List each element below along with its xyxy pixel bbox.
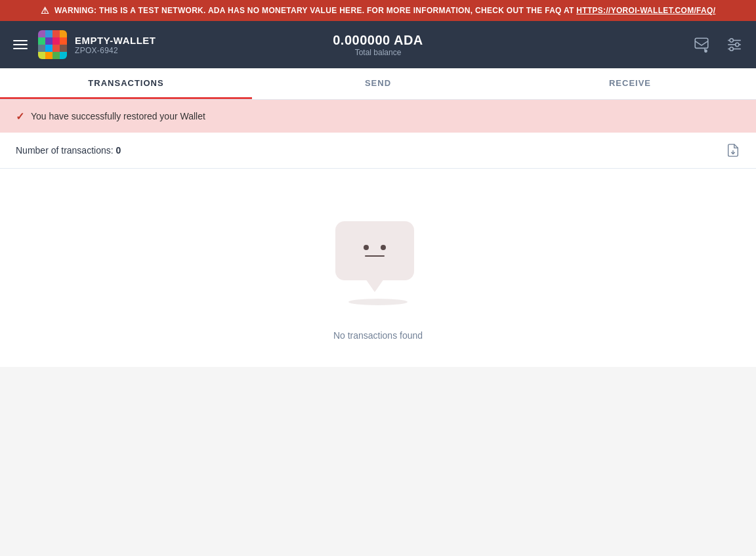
- bubble-eye-right: [381, 245, 386, 250]
- svg-point-1: [705, 50, 707, 52]
- tab-transactions[interactable]: TRANSACTIONS: [0, 68, 252, 99]
- bubble-eye-left: [364, 245, 369, 250]
- chat-bubble: [335, 221, 414, 280]
- transactions-count: Number of transactions: 0: [16, 145, 121, 156]
- balance-amount: 0.000000 ADA: [333, 33, 423, 48]
- export-button[interactable]: [726, 143, 740, 158]
- svg-rect-0: [695, 38, 708, 48]
- bubble-eyes: [364, 245, 386, 250]
- warning-link[interactable]: HTTPS://YOROI-WALLET.COM/FAQ/: [576, 6, 715, 15]
- settings-icon[interactable]: [723, 33, 746, 56]
- empty-state: No transactions found: [0, 169, 756, 367]
- warning-text: WARNING: THIS IS A TEST NETWORK. ADA HAS…: [54, 6, 715, 15]
- hamburger-menu-icon[interactable]: [10, 37, 30, 52]
- header-left: EMPTY-WALLET ZPOX-6942: [10, 30, 255, 59]
- transactions-header: Number of transactions: 0: [0, 133, 756, 169]
- empty-illustration: [335, 221, 421, 307]
- shadow-ellipse: [348, 299, 408, 305]
- success-banner: ✓ You have successfully restored your Wa…: [0, 100, 756, 133]
- header: EMPTY-WALLET ZPOX-6942 0.000000 ADA Tota…: [0, 21, 756, 68]
- svg-point-7: [730, 47, 733, 51]
- svg-point-6: [736, 43, 739, 46]
- header-right: [501, 33, 746, 56]
- wallet-name: EMPTY-WALLET: [75, 35, 156, 46]
- empty-text: No transactions found: [333, 330, 423, 341]
- content-area: Number of transactions: 0 No transa: [0, 133, 756, 367]
- warning-banner: ⚠ WARNING: THIS IS A TEST NETWORK. ADA H…: [0, 0, 756, 21]
- bubble-mouth: [365, 255, 385, 257]
- tab-bar: TRANSACTIONS SEND RECEIVE: [0, 68, 756, 100]
- check-icon: ✓: [16, 110, 24, 123]
- warning-icon: ⚠: [41, 5, 49, 16]
- wallet-avatar: [38, 30, 67, 59]
- svg-point-5: [730, 39, 733, 42]
- tab-send[interactable]: SEND: [252, 68, 504, 99]
- header-center: 0.000000 ADA Total balance: [255, 33, 500, 57]
- wallet-id: ZPOX-6942: [75, 46, 156, 55]
- notification-icon[interactable]: [690, 33, 713, 56]
- wallet-info: EMPTY-WALLET ZPOX-6942: [75, 35, 156, 55]
- success-text: You have successfully restored your Wall…: [31, 111, 205, 121]
- tab-receive[interactable]: RECEIVE: [504, 68, 756, 99]
- balance-label: Total balance: [355, 48, 402, 57]
